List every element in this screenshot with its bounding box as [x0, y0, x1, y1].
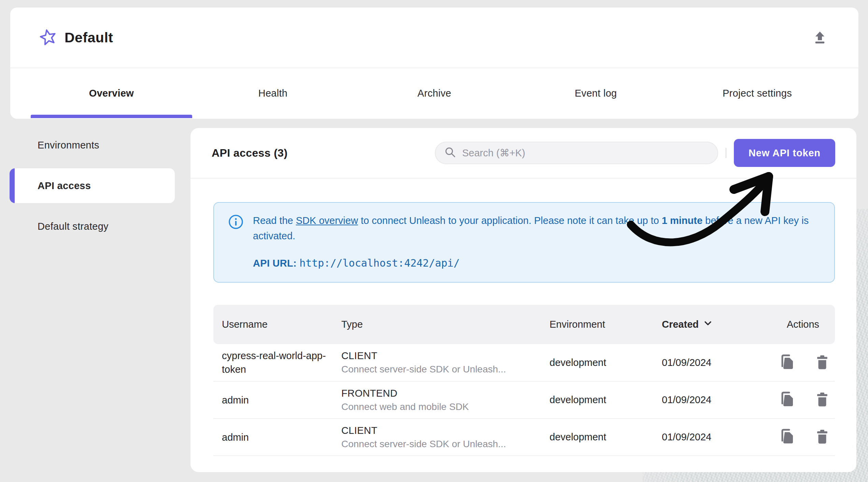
- delete-token-button[interactable]: [813, 354, 831, 371]
- token-type-description: Connect server-side SDK or Unleash...: [341, 364, 550, 375]
- token-created-date: 01/09/2024: [662, 357, 778, 368]
- api-tokens-table: UsernameTypeEnvironmentCreatedActions cy…: [213, 305, 835, 456]
- copy-icon: [779, 428, 795, 446]
- token-actions: [778, 391, 835, 409]
- token-type-description: Connect server-side SDK or Unleash...: [341, 439, 550, 450]
- search-box[interactable]: [435, 142, 718, 164]
- project-title: Default: [65, 30, 113, 46]
- delete-token-button[interactable]: [813, 428, 831, 446]
- sidebar-item-label: Default strategy: [38, 221, 109, 232]
- sidebar-item-default-strategy[interactable]: Default strategy: [10, 215, 175, 238]
- sidebar-item-label: Environments: [38, 140, 99, 151]
- tab-event-log[interactable]: Event log: [515, 68, 677, 118]
- token-environment: development: [550, 357, 662, 368]
- search-input[interactable]: [462, 147, 714, 159]
- token-username: admin: [222, 393, 331, 407]
- table-row: adminCLIENTConnect server-side SDK or Un…: [213, 419, 835, 456]
- column-header-label: Created: [662, 319, 699, 330]
- page-title: API access (3): [212, 147, 288, 159]
- tab-archive[interactable]: Archive: [354, 68, 515, 118]
- alert-text: Read the SDK overview to connect Unleash…: [253, 213, 820, 271]
- table-header-row: UsernameTypeEnvironmentCreatedActions: [213, 305, 835, 344]
- token-created-date: 01/09/2024: [662, 394, 778, 406]
- copy-icon: [779, 354, 795, 371]
- sidebar-item-label: API access: [38, 180, 91, 192]
- column-header-created[interactable]: Created: [662, 318, 778, 331]
- tab-project-settings[interactable]: Project settings: [677, 68, 838, 118]
- token-username: cypress-real-world-app-token: [222, 349, 331, 376]
- info-icon: [228, 213, 243, 271]
- column-header-environment: Environment: [550, 319, 662, 330]
- new-api-token-button[interactable]: New API token: [734, 139, 835, 167]
- column-header-type: Type: [341, 319, 550, 330]
- token-environment: development: [550, 431, 662, 443]
- alert-text-2: to connect Unleash to your application. …: [358, 215, 662, 226]
- tab-overview[interactable]: Overview: [31, 68, 192, 118]
- token-type: CLIENT: [341, 350, 550, 362]
- search-icon: [444, 146, 456, 159]
- api-access-card: API access (3) New API token Read the SD…: [190, 128, 856, 472]
- token-created-date: 01/09/2024: [662, 431, 778, 443]
- sidebar-item-environments[interactable]: Environments: [10, 134, 175, 156]
- copy-token-button[interactable]: [778, 428, 796, 446]
- settings-sidebar: EnvironmentsAPI accessDefault strategy: [10, 134, 175, 250]
- active-indicator-bar: [10, 168, 15, 203]
- token-type-cell: CLIENTConnect server-side SDK or Unleash…: [341, 350, 550, 375]
- copy-icon: [779, 391, 795, 409]
- table-row: adminFRONTENDConnect web and mobile SDKd…: [213, 382, 835, 419]
- api-url-label: API URL:: [253, 258, 297, 269]
- api-url-value: http://localhost:4242/api/: [299, 257, 460, 269]
- star-icon: [39, 28, 57, 47]
- column-header-actions: Actions: [778, 319, 835, 330]
- table-row: cypress-real-world-app-tokenCLIENTConnec…: [213, 344, 835, 382]
- token-type-cell: FRONTENDConnect web and mobile SDK: [341, 388, 550, 412]
- delete-icon: [814, 429, 830, 445]
- delete-icon: [814, 354, 830, 371]
- token-actions: [778, 428, 835, 446]
- delete-icon: [814, 392, 830, 408]
- token-type-cell: CLIENTConnect server-side SDK or Unleash…: [341, 425, 550, 450]
- api-access-header: API access (3) New API token: [190, 128, 856, 179]
- table-body: cypress-real-world-app-tokenCLIENTConnec…: [213, 344, 835, 456]
- copy-token-button[interactable]: [778, 391, 796, 409]
- column-header-username: Username: [222, 319, 341, 330]
- tab-health[interactable]: Health: [192, 68, 354, 118]
- token-type: CLIENT: [341, 425, 550, 436]
- token-environment: development: [550, 394, 662, 406]
- info-alert: Read the SDK overview to connect Unleash…: [213, 202, 835, 283]
- alert-text-1: Read the: [253, 215, 296, 226]
- upload-icon: [812, 30, 827, 46]
- api-url-line: API URL: http://localhost:4242/api/: [253, 255, 820, 271]
- copy-token-button[interactable]: [778, 354, 796, 371]
- token-actions: [778, 354, 835, 371]
- sidebar-item-api-access[interactable]: API access: [10, 168, 175, 203]
- token-username: admin: [222, 430, 331, 444]
- project-header-card: Default OverviewHealthArchiveEvent logPr…: [10, 8, 858, 119]
- token-type: FRONTEND: [341, 388, 550, 399]
- project-header: Default: [10, 8, 858, 68]
- sdk-overview-link[interactable]: SDK overview: [296, 215, 358, 226]
- header-divider: [726, 148, 726, 158]
- chevron-down-icon: [703, 318, 713, 331]
- project-tabs: OverviewHealthArchiveEvent logProject se…: [10, 68, 858, 118]
- favorite-star-button[interactable]: [39, 29, 57, 46]
- delete-token-button[interactable]: [813, 391, 831, 409]
- alert-bold-text: 1 minute: [662, 215, 702, 226]
- export-button[interactable]: [810, 28, 829, 47]
- token-type-description: Connect web and mobile SDK: [341, 401, 550, 412]
